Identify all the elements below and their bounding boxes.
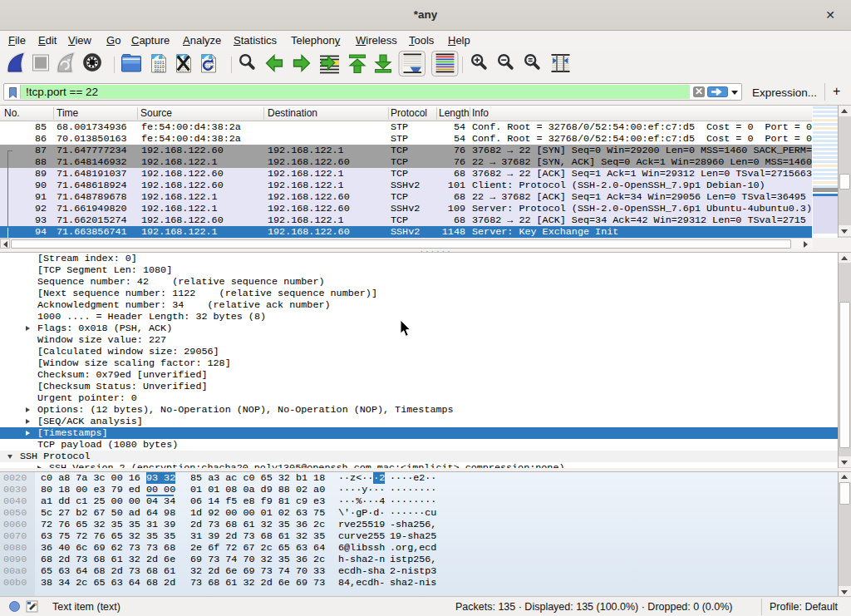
svg-text:0011: 0011 bbox=[154, 69, 164, 74]
